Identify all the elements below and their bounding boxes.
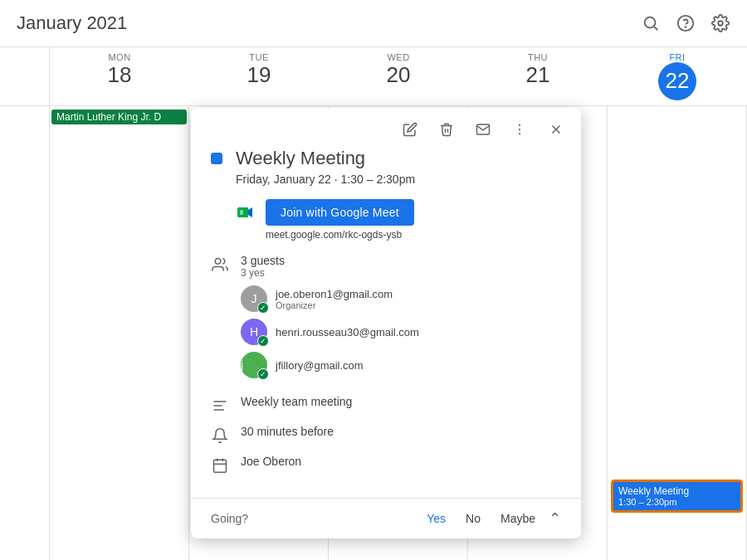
rsvp-buttons: Yes No Maybe ⌃ xyxy=(420,509,561,528)
svg-line-1 xyxy=(654,27,657,30)
event-title-row: Weekly Meeting xyxy=(211,148,561,169)
event-chip-time: 1:30 – 2:30pm xyxy=(618,497,735,507)
time-gutter xyxy=(0,106,50,560)
join-meet-button[interactable]: Join with Google Meet xyxy=(266,199,414,226)
svg-point-3 xyxy=(686,27,686,27)
day-header-fri[interactable]: FRI 22 xyxy=(608,47,747,105)
guest-info-3: jfillory@gmail.com xyxy=(276,359,364,372)
day-name-wed: WED xyxy=(329,52,468,62)
guests-summary: 3 guests xyxy=(241,254,561,267)
help-icon[interactable] xyxy=(676,13,696,33)
guest-check-icon: ✓ xyxy=(257,302,269,314)
event-popup: Weekly Meeting Friday, January 22 · 1:30… xyxy=(191,108,581,538)
more-icon[interactable] xyxy=(505,114,535,144)
reminder-text: 30 minutes before xyxy=(241,425,334,438)
delete-icon[interactable] xyxy=(432,114,461,144)
chevron-up-icon[interactable]: ⌃ xyxy=(549,509,561,528)
search-icon[interactable] xyxy=(641,13,661,33)
organizer-icon xyxy=(211,456,229,475)
svg-point-6 xyxy=(519,129,520,130)
day-col-fri[interactable]: Weekly Meeting 1:30 – 2:30pm xyxy=(608,106,747,560)
close-icon[interactable] xyxy=(541,114,571,144)
description-text: Weekly team meeting xyxy=(241,395,352,408)
day-num-tue: 19 xyxy=(189,62,329,88)
meet-link[interactable]: meet.google.com/rkc-ogds-ysb xyxy=(266,229,561,241)
day-name-thu: THU xyxy=(468,52,608,62)
guest-email-2: henri.rousseau30@gmail.com xyxy=(276,326,419,338)
event-title: Weekly Meeting xyxy=(236,148,365,169)
svg-point-0 xyxy=(645,17,656,28)
day-num-wed: 20 xyxy=(329,62,468,88)
popup-header xyxy=(191,108,581,144)
header-actions xyxy=(641,13,730,33)
email-icon[interactable] xyxy=(468,114,498,144)
reminder-row: 30 minutes before xyxy=(211,425,561,445)
guest-check-icon: ✓ xyxy=(257,368,269,380)
guests-content: 3 guests 3 yes J ✓ joe.oberon1@gmail.com… xyxy=(241,254,561,385)
guest-check-icon: ✓ xyxy=(257,335,269,347)
svg-point-17 xyxy=(215,259,221,265)
day-header-mon[interactable]: MON 18 xyxy=(50,47,189,105)
organizer-row: Joe Oberon xyxy=(211,455,561,475)
day-name-fri: FRI xyxy=(608,52,747,62)
guest-avatar-1: J ✓ xyxy=(241,285,267,312)
description-icon xyxy=(211,397,229,415)
going-label: Going? xyxy=(211,512,248,525)
google-meet-icon xyxy=(236,202,256,222)
svg-point-7 xyxy=(519,133,520,134)
meet-section: Join with Google Meet meet.google.com/rk… xyxy=(236,199,561,241)
header: January 2021 xyxy=(0,0,747,46)
weekly-meeting-chip[interactable]: Weekly Meeting 1:30 – 2:30pm xyxy=(611,480,743,513)
guests-yes: 3 yes xyxy=(241,267,561,279)
day-header-thu[interactable]: THU 21 xyxy=(468,47,608,105)
guest-avatar-2: H ✓ xyxy=(241,319,267,345)
event-chip-title: Weekly Meeting xyxy=(618,485,735,497)
mlk-event[interactable]: Martin Luther King Jr. D xyxy=(51,110,187,124)
guest-avatar-3: j ✓ xyxy=(241,352,267,378)
guest-item: j ✓ jfillory@gmail.com xyxy=(241,352,561,378)
day-num-mon: 18 xyxy=(50,62,189,88)
day-name-mon: MON xyxy=(50,52,189,62)
svg-rect-21 xyxy=(214,460,227,472)
organizer-text: Joe Oberon xyxy=(241,455,301,468)
day-header-wed[interactable]: WED 20 xyxy=(329,47,468,105)
day-headers: MON 18 TUE 19 WED 20 THU 21 FRI 22 xyxy=(0,47,747,106)
guest-email-3: jfillory@gmail.com xyxy=(276,359,364,372)
edit-icon[interactable] xyxy=(395,114,425,144)
reminder-icon xyxy=(211,426,229,445)
rsvp-maybe-button[interactable]: Maybe xyxy=(494,509,542,528)
day-col-mon[interactable]: Martin Luther King Jr. D xyxy=(50,106,189,560)
event-datetime: Friday, January 22 · 1:30 – 2:30pm xyxy=(236,173,561,186)
rsvp-no-button[interactable]: No xyxy=(459,509,487,528)
event-color-dot xyxy=(211,153,222,164)
svg-rect-16 xyxy=(240,210,243,215)
page-title: January 2021 xyxy=(17,12,127,34)
svg-point-5 xyxy=(519,124,520,126)
day-num-fri: 22 xyxy=(658,62,696,100)
guest-email-1: joe.oberon1@gmail.com xyxy=(276,288,393,300)
meet-row: Join with Google Meet xyxy=(236,199,561,226)
popup-footer: Going? Yes No Maybe ⌃ xyxy=(191,498,581,538)
day-header-tue[interactable]: TUE 19 xyxy=(189,47,329,105)
rsvp-yes-button[interactable]: Yes xyxy=(420,509,452,528)
guests-icon xyxy=(211,256,229,274)
guest-item: J ✓ joe.oberon1@gmail.com Organizer xyxy=(241,285,561,312)
popup-body: Weekly Meeting Friday, January 22 · 1:30… xyxy=(191,144,581,498)
settings-icon[interactable] xyxy=(710,13,730,33)
guest-info-2: henri.rousseau30@gmail.com xyxy=(276,326,419,338)
guest-role-1: Organizer xyxy=(276,300,393,310)
description-row: Weekly team meeting xyxy=(211,395,561,415)
guests-row: 3 guests 3 yes J ✓ joe.oberon1@gmail.com… xyxy=(211,254,561,385)
svg-point-4 xyxy=(718,21,723,26)
day-num-thu: 21 xyxy=(468,62,608,88)
guest-item: H ✓ henri.rousseau30@gmail.com xyxy=(241,319,561,345)
day-name-tue: TUE xyxy=(189,52,329,62)
guest-list: J ✓ joe.oberon1@gmail.com Organizer H ✓ xyxy=(241,285,561,378)
guest-info-1: joe.oberon1@gmail.com Organizer xyxy=(276,288,393,310)
